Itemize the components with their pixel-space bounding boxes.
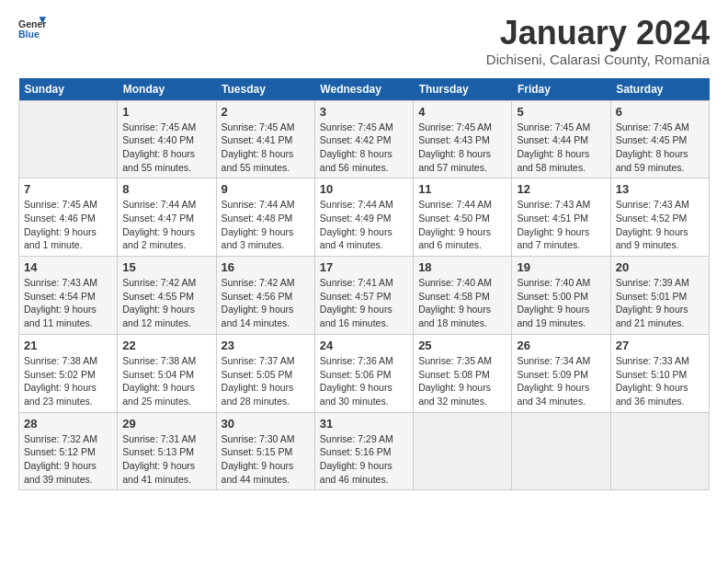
cell-sunset: Sunset: 4:41 PM: [222, 134, 293, 145]
cell-daylight: Daylight: 9 hours and 44 minutes.: [222, 460, 294, 485]
calendar-cell-1-6: 13 Sunrise: 7:43 AM Sunset: 4:52 PM Dayl…: [610, 178, 709, 257]
title-section: January 2024 Dichiseni, Calarasi County,…: [486, 15, 710, 67]
cell-daylight: Daylight: 8 hours and 55 minutes.: [122, 148, 195, 173]
cell-sunrise: Sunrise: 7:45 AM: [616, 121, 689, 132]
week-row-2: 7 Sunrise: 7:45 AM Sunset: 4:46 PM Dayli…: [19, 178, 710, 257]
cell-sunrise: Sunrise: 7:44 AM: [122, 199, 196, 210]
calendar-cell-4-6: [610, 412, 709, 490]
cell-sunrise: Sunrise: 7:45 AM: [418, 121, 492, 132]
cell-daylight: Daylight: 9 hours and 21 minutes.: [616, 304, 688, 328]
cell-daylight: Daylight: 8 hours and 57 minutes.: [418, 148, 491, 173]
day-number: 23: [222, 339, 310, 352]
day-number: 12: [517, 182, 605, 196]
calendar-cell-3-2: 23 Sunrise: 7:37 AM Sunset: 5:05 PM Dayl…: [216, 334, 314, 412]
week-row-1: 1 Sunrise: 7:45 AM Sunset: 4:40 PM Dayli…: [19, 100, 710, 178]
cell-sunrise: Sunrise: 7:36 AM: [320, 355, 393, 366]
cell-sunset: Sunset: 4:51 PM: [517, 213, 588, 224]
cell-daylight: Daylight: 9 hours and 6 minutes.: [418, 226, 491, 251]
cell-daylight: Daylight: 9 hours and 14 minutes.: [222, 304, 294, 328]
calendar-cell-1-3: 10 Sunrise: 7:44 AM Sunset: 4:49 PM Dayl…: [314, 178, 413, 257]
cell-daylight: Daylight: 8 hours and 58 minutes.: [517, 148, 589, 173]
cell-sunset: Sunset: 4:49 PM: [320, 213, 392, 224]
day-number: 7: [24, 182, 112, 196]
cell-daylight: Daylight: 9 hours and 9 minutes.: [616, 226, 688, 251]
day-number: 22: [122, 339, 210, 352]
day-number: 4: [418, 105, 506, 119]
main-container: General Blue January 2024 Dichiseni, Cal…: [0, 0, 728, 500]
day-number: 18: [418, 260, 506, 274]
month-title: January 2024: [486, 15, 710, 52]
cell-sunrise: Sunrise: 7:38 AM: [122, 355, 196, 366]
cell-sunrise: Sunrise: 7:31 AM: [122, 433, 196, 444]
svg-text:Blue: Blue: [18, 29, 40, 40]
cell-daylight: Daylight: 9 hours and 11 minutes.: [24, 304, 97, 328]
header-sunday: Sunday: [19, 78, 118, 101]
header-section: General Blue January 2024 Dichiseni, Cal…: [18, 15, 710, 67]
cell-sunrise: Sunrise: 7:45 AM: [320, 121, 393, 132]
day-number: 25: [418, 339, 506, 352]
header-saturday: Saturday: [610, 78, 709, 101]
cell-daylight: Daylight: 9 hours and 39 minutes.: [24, 460, 97, 485]
cell-sunrise: Sunrise: 7:43 AM: [517, 199, 590, 210]
calendar-cell-0-4: 4 Sunrise: 7:45 AM Sunset: 4:43 PM Dayli…: [414, 100, 512, 178]
cell-daylight: Daylight: 9 hours and 46 minutes.: [320, 460, 392, 485]
cell-sunrise: Sunrise: 7:40 AM: [517, 277, 590, 288]
calendar-cell-3-0: 21 Sunrise: 7:38 AM Sunset: 5:02 PM Dayl…: [19, 334, 118, 412]
cell-daylight: Daylight: 9 hours and 7 minutes.: [517, 226, 589, 251]
cell-sunrise: Sunrise: 7:29 AM: [320, 433, 393, 444]
cell-sunset: Sunset: 5:04 PM: [122, 369, 194, 380]
calendar-cell-4-2: 30 Sunrise: 7:30 AM Sunset: 5:15 PM Dayl…: [216, 412, 314, 490]
day-number: 21: [24, 339, 112, 352]
cell-sunrise: Sunrise: 7:43 AM: [24, 277, 97, 288]
cell-daylight: Daylight: 8 hours and 56 minutes.: [320, 148, 392, 173]
cell-sunset: Sunset: 5:00 PM: [517, 291, 588, 302]
calendar-cell-1-0: 7 Sunrise: 7:45 AM Sunset: 4:46 PM Dayli…: [19, 178, 118, 257]
cell-sunrise: Sunrise: 7:45 AM: [24, 199, 97, 210]
calendar-cell-4-4: [414, 412, 512, 490]
cell-daylight: Daylight: 9 hours and 16 minutes.: [320, 304, 392, 328]
week-row-4: 21 Sunrise: 7:38 AM Sunset: 5:02 PM Dayl…: [19, 334, 710, 412]
cell-daylight: Daylight: 9 hours and 12 minutes.: [122, 304, 195, 328]
cell-sunset: Sunset: 4:47 PM: [122, 213, 194, 224]
day-number: 29: [122, 417, 210, 431]
cell-sunrise: Sunrise: 7:44 AM: [320, 199, 393, 210]
cell-sunset: Sunset: 4:58 PM: [418, 291, 490, 302]
cell-sunset: Sunset: 4:54 PM: [24, 291, 96, 302]
header-monday: Monday: [118, 78, 216, 101]
cell-daylight: Daylight: 9 hours and 1 minute.: [24, 226, 97, 251]
cell-daylight: Daylight: 8 hours and 55 minutes.: [222, 148, 294, 173]
calendar-cell-2-2: 16 Sunrise: 7:42 AM Sunset: 4:56 PM Dayl…: [216, 257, 314, 335]
cell-daylight: Daylight: 9 hours and 32 minutes.: [418, 382, 491, 407]
cell-sunrise: Sunrise: 7:44 AM: [222, 199, 295, 210]
cell-sunset: Sunset: 4:57 PM: [320, 291, 392, 302]
day-number: 6: [616, 105, 704, 119]
day-number: 26: [517, 339, 605, 352]
day-number: 19: [517, 260, 605, 274]
day-number: 8: [122, 182, 210, 196]
cell-daylight: Daylight: 8 hours and 59 minutes.: [616, 148, 688, 173]
cell-sunset: Sunset: 5:05 PM: [222, 369, 293, 380]
calendar-cell-3-4: 25 Sunrise: 7:35 AM Sunset: 5:08 PM Dayl…: [414, 334, 512, 412]
cell-sunset: Sunset: 4:52 PM: [616, 213, 688, 224]
cell-sunset: Sunset: 5:10 PM: [616, 369, 688, 380]
cell-sunrise: Sunrise: 7:42 AM: [122, 277, 196, 288]
calendar-cell-3-3: 24 Sunrise: 7:36 AM Sunset: 5:06 PM Dayl…: [314, 334, 413, 412]
day-number: 20: [616, 260, 704, 274]
day-number: 16: [222, 260, 310, 274]
cell-sunrise: Sunrise: 7:33 AM: [616, 355, 689, 366]
cell-sunrise: Sunrise: 7:41 AM: [320, 277, 393, 288]
cell-sunset: Sunset: 4:48 PM: [222, 213, 293, 224]
calendar-cell-0-3: 3 Sunrise: 7:45 AM Sunset: 4:42 PM Dayli…: [314, 100, 413, 178]
cell-daylight: Daylight: 9 hours and 25 minutes.: [122, 382, 195, 407]
calendar-cell-1-5: 12 Sunrise: 7:43 AM Sunset: 4:51 PM Dayl…: [512, 178, 610, 257]
day-number: 1: [122, 105, 210, 119]
cell-sunrise: Sunrise: 7:39 AM: [616, 277, 689, 288]
calendar-cell-2-1: 15 Sunrise: 7:42 AM Sunset: 4:55 PM Dayl…: [118, 257, 216, 335]
calendar-cell-0-2: 2 Sunrise: 7:45 AM Sunset: 4:41 PM Dayli…: [216, 100, 314, 178]
cell-daylight: Daylight: 9 hours and 4 minutes.: [320, 226, 392, 251]
day-number: 11: [418, 182, 506, 196]
cell-sunset: Sunset: 4:50 PM: [418, 213, 490, 224]
cell-sunset: Sunset: 5:06 PM: [320, 369, 392, 380]
header-thursday: Thursday: [414, 78, 512, 101]
cell-daylight: Daylight: 9 hours and 30 minutes.: [320, 382, 392, 407]
